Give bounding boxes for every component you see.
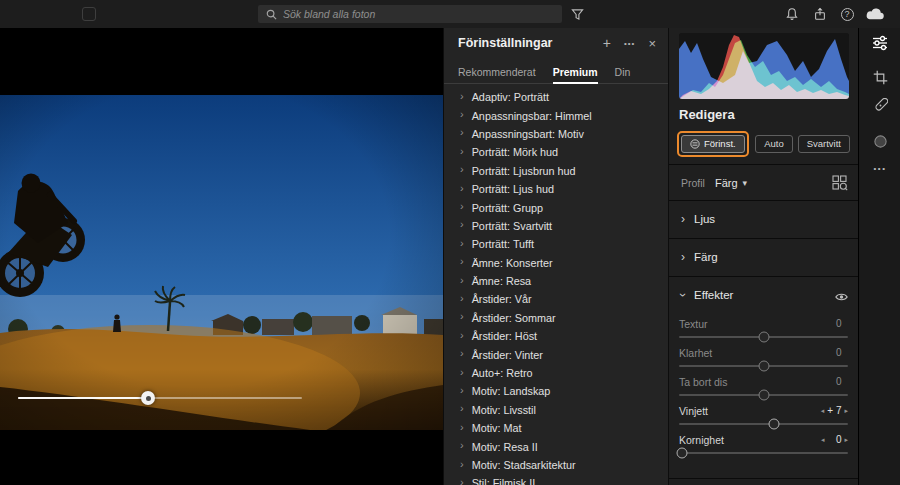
preset-group-row[interactable]: › Porträtt: Ljusbrun hud <box>444 162 668 180</box>
help-icon[interactable]: ? <box>839 6 855 22</box>
presets-tab[interactable]: Premium <box>553 62 598 83</box>
preset-group-row[interactable]: › Motiv: Landskap <box>444 382 668 400</box>
preset-group-row[interactable]: › Adaptiv: Porträtt <box>444 88 668 106</box>
section-label: Effekter <box>694 289 733 301</box>
profile-label: Profil <box>681 177 705 189</box>
edit-sliders-icon[interactable] <box>872 35 888 51</box>
cloud-sync-icon[interactable] <box>864 6 886 22</box>
share-icon[interactable] <box>812 6 828 22</box>
notifications-bell-icon[interactable] <box>784 6 800 22</box>
chevron-right-icon: › <box>460 348 464 359</box>
auto-button[interactable]: Auto <box>755 135 793 153</box>
preset-group-label: Motiv: Livsstil <box>472 404 536 416</box>
preset-group-row[interactable]: › Ämne: Konserter <box>444 254 668 272</box>
preset-group-row[interactable]: › Anpassningsbart: Motiv <box>444 125 668 143</box>
edit-buttons-row: Förinst. Auto Svartvitt <box>677 129 850 159</box>
preset-group-row[interactable]: › Årstider: Vinter <box>444 345 668 363</box>
stepper-increase-icon[interactable]: ▸ <box>844 436 848 443</box>
filter-icon[interactable] <box>569 6 585 22</box>
preset-group-row[interactable]: › Motiv: Mat <box>444 419 668 437</box>
search-box[interactable] <box>258 5 562 23</box>
black-white-button[interactable]: Svartvitt <box>798 135 850 153</box>
section-label: Färg <box>694 251 718 263</box>
slider-label: Kornighet <box>679 434 724 446</box>
chevron-right-icon: › <box>460 403 464 414</box>
tool-strip: ••• <box>858 28 900 485</box>
close-presets-icon[interactable]: × <box>648 36 656 51</box>
slider-knob[interactable] <box>758 361 769 372</box>
slider-track[interactable] <box>679 446 848 460</box>
slider-track[interactable] <box>679 417 848 431</box>
preset-group-row[interactable]: › Auto+: Retro <box>444 364 668 382</box>
preset-group-label: Porträtt: Svartvitt <box>472 220 552 232</box>
profile-value-dropdown[interactable]: Färg <box>715 177 738 189</box>
slider-knob[interactable] <box>768 419 779 430</box>
chevron-right-icon: › <box>460 330 464 341</box>
chevron-right-icon: › <box>460 109 464 120</box>
preset-group-label: Motiv: Mat <box>472 422 522 434</box>
video-frame-bmx-rider[interactable] <box>0 95 443 430</box>
preset-group-label: Årstider: Vår <box>472 293 532 305</box>
create-preset-icon[interactable]: + <box>603 35 611 51</box>
preset-group-row[interactable]: › Stil: Filmisk II <box>444 474 668 485</box>
section-ljus[interactable]: › Ljus <box>669 201 858 237</box>
chevron-right-icon: › <box>460 293 464 304</box>
chevron-right-icon: › <box>460 459 464 470</box>
preset-group-row[interactable]: › Porträtt: Mörk hud <box>444 143 668 161</box>
slider-track[interactable] <box>679 388 848 402</box>
presets-panel: Förinställningar + ••• × Rekommenderat P… <box>443 28 668 485</box>
preset-group-row[interactable]: › Motiv: Stadsarkitektur <box>444 456 668 474</box>
video-scrubber-progress <box>18 397 148 399</box>
chevron-right-icon: › <box>460 367 464 378</box>
preset-group-row[interactable]: › Porträtt: Svartvitt <box>444 217 668 235</box>
preset-group-row[interactable]: › Porträtt: Tufft <box>444 235 668 253</box>
preset-group-label: Ämne: Konserter <box>472 257 553 269</box>
preset-group-label: Årstider: Höst <box>472 330 537 342</box>
profile-browser-icon[interactable] <box>832 175 848 195</box>
preset-group-row[interactable]: › Motiv: Resa II <box>444 437 668 455</box>
crop-icon[interactable] <box>872 69 888 85</box>
preset-group-row[interactable]: › Ämne: Resa <box>444 272 668 290</box>
slider-value: 0 <box>827 347 841 358</box>
slider-knob[interactable] <box>677 448 688 459</box>
preset-group-label: Adaptiv: Porträtt <box>472 91 549 103</box>
preset-group-row[interactable]: › Årstider: Sommar <box>444 309 668 327</box>
preset-list: › Adaptiv: Porträtt › Anpassningsbar: Hi… <box>444 88 668 485</box>
slider-track[interactable] <box>679 330 848 344</box>
presets-tab[interactable]: Din <box>615 62 631 83</box>
presets-button[interactable]: Förinst. <box>681 135 745 153</box>
slider-label: Vinjett <box>679 405 708 417</box>
app-grid-icon[interactable] <box>82 7 96 21</box>
chevron-right-icon: › <box>460 238 464 249</box>
chevron-right-icon: › <box>460 201 464 212</box>
slider-value: 0 <box>827 376 841 387</box>
stepper-decrease-icon[interactable]: ◂ <box>821 436 825 443</box>
slider-knob[interactable] <box>758 332 769 343</box>
more-tools-icon[interactable]: ••• <box>872 160 888 176</box>
video-scrubber-track[interactable] <box>18 397 302 399</box>
preset-group-row[interactable]: › Årstider: Vår <box>444 290 668 308</box>
edit-panel: Redigera Förinst. Auto Svartvitt Profi <box>668 28 858 485</box>
stepper-decrease-icon[interactable]: ◂ <box>821 407 825 414</box>
preset-group-row[interactable]: › Anpassningsbar: Himmel <box>444 106 668 124</box>
eye-visibility-icon[interactable] <box>835 288 848 306</box>
caret-down-icon[interactable]: ▾ <box>743 178 748 188</box>
search-input[interactable] <box>283 8 554 20</box>
preset-group-row[interactable]: › Motiv: Livsstil <box>444 401 668 419</box>
presets-tab[interactable]: Rekommenderat <box>458 62 536 83</box>
stepper-increase-icon[interactable]: ▸ <box>844 407 848 414</box>
preset-group-row[interactable]: › Porträtt: Grupp <box>444 198 668 216</box>
slider-track[interactable] <box>679 359 848 373</box>
preset-group-row[interactable]: › Årstider: Höst <box>444 327 668 345</box>
preset-group-row[interactable]: › Porträtt: Ljus hud <box>444 180 668 198</box>
chevron-right-icon: › <box>460 183 464 194</box>
section-farg[interactable]: › Färg <box>669 239 858 275</box>
slider-knob[interactable] <box>758 390 769 401</box>
chevron-right-icon: › <box>460 256 464 267</box>
video-scrubber-handle[interactable] <box>141 391 155 405</box>
section-effekter[interactable]: › Effekter <box>669 277 858 313</box>
healing-brush-icon[interactable] <box>872 97 888 113</box>
masking-icon[interactable] <box>872 133 888 149</box>
chevron-right-icon: › <box>460 422 464 433</box>
presets-more-icon[interactable]: ••• <box>624 39 635 48</box>
